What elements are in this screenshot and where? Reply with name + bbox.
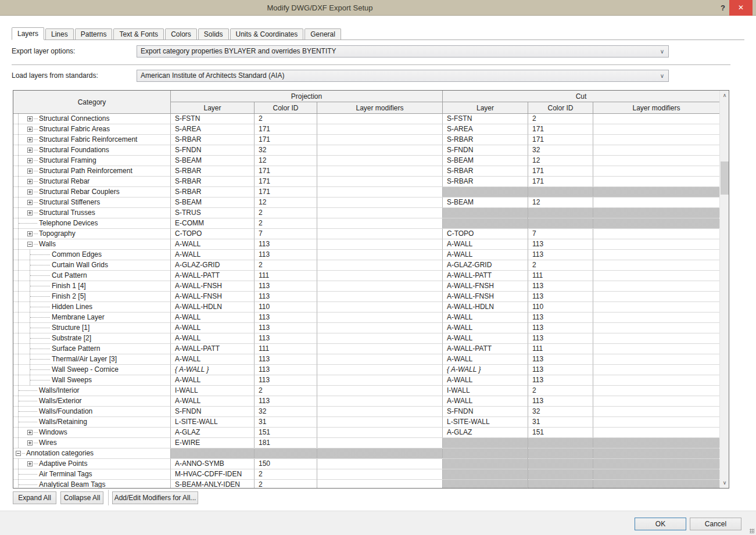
projection-layer-cell[interactable]: M-HVAC-CDFF-IDEN [171,469,255,480]
projection-color-id-cell[interactable]: 113 [255,323,317,333]
projection-layer-cell[interactable]: A-WALL-FNSH [171,281,255,292]
projection-layer-cell[interactable]: S-BEAM [171,156,255,166]
cut-layer-cell[interactable]: A-WALL [443,313,528,323]
projection-layer-modifiers-cell[interactable] [317,365,443,375]
cut-layer-modifiers-cell[interactable] [593,375,719,386]
projection-layer-cell[interactable]: A-WALL [171,239,255,250]
ok-button[interactable]: OK [635,518,686,530]
projection-layer-modifiers-cell[interactable] [317,313,443,323]
projection-color-id-cell[interactable]: 2 [255,218,317,229]
projection-layer-modifiers-cell[interactable] [317,396,443,407]
projection-layer-modifiers-cell[interactable] [317,187,443,198]
column-header-category[interactable]: Category [13,91,171,114]
cut-layer-cell[interactable]: S-RBAR [443,135,528,145]
collapse-node-icon[interactable] [27,242,33,247]
projection-layer-modifiers-cell[interactable] [317,428,443,438]
projection-color-id-cell[interactable]: 113 [255,354,317,365]
cut-layer-cell[interactable]: I-WALL [443,386,528,396]
projection-color-id-cell[interactable]: 2 [255,208,317,218]
cut-layer-modifiers-cell[interactable] [593,250,719,260]
cut-layer-cell[interactable]: L-SITE-WALL [443,417,528,428]
cut-layer-cell[interactable]: S-AREA [443,124,528,135]
projection-layer-cell[interactable]: A-WALL [171,354,255,365]
cut-color-id-cell[interactable]: 113 [528,375,593,386]
cut-layer-modifiers-cell[interactable] [593,302,719,313]
cut-color-id-cell[interactable]: 113 [528,250,593,260]
cut-layer-modifiers-cell[interactable] [593,114,719,124]
projection-layer-modifiers-cell[interactable] [317,292,443,302]
cut-color-id-cell[interactable]: 171 [528,177,593,187]
expand-node-icon[interactable] [27,158,33,163]
projection-layer-modifiers-cell[interactable] [317,302,443,313]
cut-layer-modifiers-cell[interactable] [593,229,719,239]
projection-color-id-cell[interactable]: 113 [255,250,317,260]
add-edit-modifiers-button[interactable]: Add/Edit Modifiers for All... [112,491,198,504]
cut-layer-modifiers-cell[interactable] [593,407,719,417]
cut-layer-modifiers-cell[interactable] [593,344,719,354]
projection-layer-modifiers-cell[interactable] [317,323,443,333]
cut-color-id-cell[interactable]: 31 [528,417,593,428]
projection-layer-cell[interactable]: I-WALL [171,386,255,396]
projection-layer-cell[interactable]: S-FSTN [171,114,255,124]
projection-color-id-cell[interactable]: 113 [255,281,317,292]
cut-color-id-cell[interactable]: 113 [528,313,593,323]
cut-color-id-cell[interactable]: 2 [528,260,593,271]
projection-layer-cell[interactable]: A-WALL [171,250,255,260]
projection-layer-modifiers-cell[interactable] [317,281,443,292]
cut-layer-cell[interactable]: S-FNDN [443,407,528,417]
cut-layer-cell[interactable]: S-BEAM [443,198,528,208]
projection-layer-modifiers-cell[interactable] [317,260,443,271]
projection-layer-modifiers-cell[interactable] [317,145,443,156]
expand-node-icon[interactable] [27,231,33,236]
cut-layer-modifiers-cell[interactable] [593,177,719,187]
projection-layer-modifiers-cell[interactable] [317,208,443,218]
projection-layer-modifiers-cell[interactable] [317,166,443,177]
column-header-projection[interactable]: Projection [171,91,443,102]
projection-color-id-cell[interactable]: 113 [255,375,317,386]
cut-color-id-cell[interactable]: 171 [528,166,593,177]
expand-node-icon[interactable] [27,116,33,121]
cut-layer-cell[interactable]: { A-WALL } [443,365,528,375]
cut-layer-cell[interactable]: A-WALL-PATT [443,271,528,281]
projection-color-id-cell[interactable]: 31 [255,417,317,428]
projection-color-id-cell[interactable]: 113 [255,239,317,250]
projection-color-id-cell[interactable]: 150 [255,459,317,469]
close-button[interactable]: ✕ [729,0,753,16]
projection-layer-modifiers-cell[interactable] [317,375,443,386]
tab-patterns[interactable]: Patterns [75,28,113,40]
cut-color-id-cell[interactable]: 113 [528,365,593,375]
projection-color-id-cell[interactable]: 110 [255,302,317,313]
projection-color-id-cell[interactable]: 171 [255,124,317,135]
cut-layer-cell[interactable]: A-WALL [443,354,528,365]
projection-layer-modifiers-cell[interactable] [317,229,443,239]
collapse-node-icon[interactable] [16,451,21,456]
expand-node-icon[interactable] [27,210,33,216]
cut-layer-cell[interactable]: A-WALL-PATT [443,344,528,354]
cut-layer-modifiers-cell[interactable] [593,281,719,292]
projection-layer-modifiers-cell[interactable] [317,124,443,135]
projection-layer-cell[interactable]: S-FNDN [171,145,255,156]
tab-lines[interactable]: Lines [45,28,74,40]
expand-node-icon[interactable] [27,430,33,435]
cut-layer-cell[interactable]: A-WALL [443,239,528,250]
projection-color-id-cell[interactable]: 12 [255,156,317,166]
cut-layer-modifiers-cell[interactable] [593,260,719,271]
cut-layer-modifiers-cell[interactable] [593,386,719,396]
expand-node-icon[interactable] [27,461,33,466]
expand-node-icon[interactable] [27,189,33,195]
projection-layer-cell[interactable]: A-WALL [171,323,255,333]
projection-color-id-cell[interactable]: 2 [255,260,317,271]
cut-layer-modifiers-cell[interactable] [593,313,719,323]
projection-layer-modifiers-cell[interactable] [317,198,443,208]
load-layers-dropdown[interactable]: American Institute of Architects Standar… [137,70,669,82]
cut-layer-modifiers-cell[interactable] [593,198,719,208]
projection-layer-modifiers-cell[interactable] [317,271,443,281]
cut-layer-modifiers-cell[interactable] [593,166,719,177]
cut-layer-modifiers-cell[interactable] [593,271,719,281]
projection-layer-cell[interactable]: L-SITE-WALL [171,417,255,428]
expand-node-icon[interactable] [27,148,33,153]
projection-color-id-cell[interactable]: 171 [255,187,317,198]
cut-color-id-cell[interactable]: 113 [528,333,593,344]
cut-layer-modifiers-cell[interactable] [593,354,719,365]
projection-layer-modifiers-cell[interactable] [317,480,443,488]
